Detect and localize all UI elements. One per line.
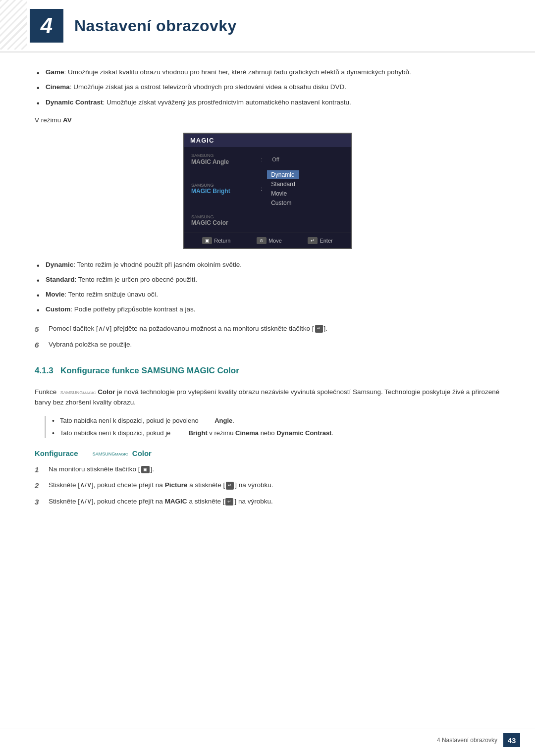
page-footer: 4 Nastavení obrazovky 43 — [0, 728, 535, 747]
term-custom: Custom — [46, 305, 70, 313]
config-step-3: 3 Stiskněte [∧/∨], pokud chcete přejít n… — [35, 497, 500, 508]
note-item-1: Tato nabídka není k dispozici, pokud je … — [51, 416, 500, 426]
note-container: Tato nabídka není k dispozici, pokud je … — [45, 416, 500, 438]
av-mode-label: V režimu AV — [35, 116, 500, 124]
term-standard: Standard — [46, 276, 75, 283]
magic-bold: MAGIC — [165, 498, 187, 505]
footer-move: ⊙ Move — [257, 237, 282, 244]
note-1-text: Tato nabídka není k dispozici, pokud je … — [60, 417, 234, 424]
section-intro-text: Funkce SAMSUNGMAGIC Color je nová techno… — [35, 387, 500, 408]
footer-enter-label: Enter — [320, 238, 332, 244]
intro-bullet-list: Game: Umožňuje získat kvalitu obrazu vho… — [35, 67, 500, 107]
footer-return-label: Return — [214, 238, 230, 244]
text-game: : Umožňuje získat kvalitu obrazu vhodnou… — [64, 68, 411, 76]
menu-item-angle: SAMSUNG MAGIC Angle : Off — [184, 151, 351, 168]
section-413-title: Konfigurace funkce SAMSUNG MAGIC Color — [60, 366, 239, 375]
step-number-5: 5 — [35, 324, 44, 335]
menu-mockup-wrapper: MAGIC SAMSUNG MAGIC Angle : Off SAMSUNG … — [35, 133, 500, 249]
config-heading-bold: Color — [132, 449, 152, 457]
config-step-2: 2 Stiskněte [∧/∨], pokud chcete přejít n… — [35, 480, 500, 492]
step-number-6: 6 — [35, 340, 44, 351]
text-custom: : Podle potřeby přizpůsobte kontrast a j… — [70, 305, 195, 313]
list-item: Dynamic: Tento režim je vhodné použít př… — [35, 260, 500, 270]
main-content: Game: Umožňuje získat kvalitu obrazu vho… — [0, 67, 535, 544]
enter-inline-icon-3: ↵ — [225, 498, 233, 506]
footer-page-info: 4 Nastavení obrazovky 43 — [437, 733, 520, 747]
footer-enter: ↵ Enter — [308, 237, 332, 244]
menu-inline-icon-1: ▣ — [141, 466, 150, 474]
config-heading-prefix: Konfigurace — [35, 449, 78, 457]
config-step-number-3: 3 — [35, 497, 44, 508]
chapter-header: 4 Nastavení obrazovky — [0, 0, 535, 52]
list-item: Standard: Tento režim je určen pro obecn… — [35, 275, 500, 285]
config-step-1: 1 Na monitoru stiskněte tlačítko [▣]. — [35, 464, 500, 476]
footer-chapter-label: 4 Nastavení obrazovky — [437, 737, 497, 744]
note-bullet-list: Tato nabídka není k dispozici, pokud je … — [51, 416, 500, 438]
page-number-box: 43 — [503, 733, 520, 747]
config-step-3-text: Stiskněte [∧/∨], pokud chcete přejít na … — [49, 497, 273, 508]
menu-items-container: SAMSUNG MAGIC Angle : Off SAMSUNG MAGIC … — [184, 147, 351, 233]
step-6: 6 Vybraná položka se použije. — [35, 340, 500, 351]
menu-item-bright: SAMSUNG MAGIC Bright : Dynamic Standard … — [184, 168, 351, 210]
enter-inline-icon-2: ↵ — [226, 482, 234, 490]
enter-icon: ↵ — [308, 237, 318, 244]
list-item: Dynamic Contrast: Umožňuje získat vyváže… — [35, 98, 500, 107]
footer-return: ▣ Return — [202, 237, 230, 244]
menu-item-color: SAMSUNG MAGIC Color — [184, 212, 351, 229]
text-movie: : Tento režim snižuje únavu očí. — [64, 291, 158, 298]
config-heading: Konfigurace SAMSUNGMAGIC Color — [35, 449, 500, 457]
move-icon: ⊙ — [257, 237, 267, 244]
menu-footer: ▣ Return ⊙ Move ↵ Enter — [184, 233, 351, 248]
footer-move-label: Move — [268, 238, 282, 244]
enter-inline-icon: ↵ — [315, 325, 323, 333]
mode-bullet-list: Dynamic: Tento režim je vhodné použít př… — [35, 260, 500, 315]
submenu-dynamic: Dynamic — [267, 170, 299, 179]
stripe-decoration — [0, 0, 27, 50]
chapter-title: Nastavení obrazovky — [74, 17, 237, 35]
text-standard: : Tento režim je určen pro obecné použit… — [75, 276, 197, 283]
config-step-2-text: Stiskněte [∧/∨], pokud chcete přejít na … — [49, 480, 273, 492]
config-step-1-text: Na monitoru stiskněte tlačítko [▣]. — [49, 464, 154, 476]
text-cinema: : Umožňuje získat jas a ostrost televizo… — [70, 83, 346, 91]
term-dynamic: Dynamic — [46, 261, 73, 268]
separator-angle: : — [261, 156, 262, 162]
note-2-text: Tato nabídka není k dispozici, pokud je … — [60, 429, 333, 437]
term-dynamic-contrast: Dynamic Contrast — [46, 99, 103, 106]
list-item: Custom: Podle potřeby přizpůsobte kontra… — [35, 304, 500, 314]
step-5-text: Pomocí tlačítek [∧/∨] přejděte na požado… — [49, 324, 327, 335]
term-movie: Movie — [46, 291, 64, 298]
color-bold: Color — [98, 388, 115, 396]
submenu-movie: Movie — [267, 189, 299, 198]
menu-header: MAGIC — [184, 134, 351, 147]
config-step-number-2: 2 — [35, 480, 44, 492]
bright-bold: Bright — [188, 429, 207, 437]
list-item: Movie: Tento režim snižuje únavu očí. — [35, 290, 500, 300]
dynamic-contrast-bold: Dynamic Contrast — [276, 429, 331, 437]
value-angle: Off — [272, 156, 279, 162]
section-413-heading: 4.1.3 Konfigurace funkce SAMSUNG MAGIC C… — [35, 366, 500, 378]
return-icon: ▣ — [202, 237, 212, 244]
page-number: 43 — [508, 736, 516, 745]
step-6-text: Vybraná položka se použije. — [49, 340, 132, 351]
term-cinema: Cinema — [46, 83, 70, 91]
config-step-number-1: 1 — [35, 464, 44, 476]
bright-submenu: Dynamic Standard Movie Custom — [267, 170, 299, 207]
term-game: Game — [46, 68, 64, 76]
steps-list-main: 5 Pomocí tlačítek [∧/∨] přejděte na poža… — [35, 324, 500, 351]
text-dynamic: : Tento režim je vhodné použít při jasné… — [73, 261, 242, 268]
menu-mockup: MAGIC SAMSUNG MAGIC Angle : Off SAMSUNG … — [183, 133, 352, 249]
submenu-custom: Custom — [267, 199, 299, 207]
config-steps-list: 1 Na monitoru stiskněte tlačítko [▣]. 2 … — [35, 464, 500, 508]
section-413-number: 4.1.3 — [35, 366, 54, 375]
note-angle-bold: Angle — [214, 417, 232, 424]
chapter-number: 4 — [30, 9, 63, 43]
list-item: Cinema: Umožňuje získat jas a ostrost te… — [35, 82, 500, 92]
list-item: Game: Umožňuje získat kvalitu obrazu vho… — [35, 67, 500, 77]
cinema-bold: Cinema — [235, 429, 259, 437]
note-item-2: Tato nabídka není k dispozici, pokud je … — [51, 428, 500, 438]
step-5: 5 Pomocí tlačítek [∧/∨] přejděte na poža… — [35, 324, 500, 335]
picture-bold: Picture — [165, 481, 188, 489]
text-dynamic-contrast: : Umožňuje získat vyvážený jas prostředn… — [103, 99, 351, 106]
submenu-standard: Standard — [267, 180, 299, 189]
